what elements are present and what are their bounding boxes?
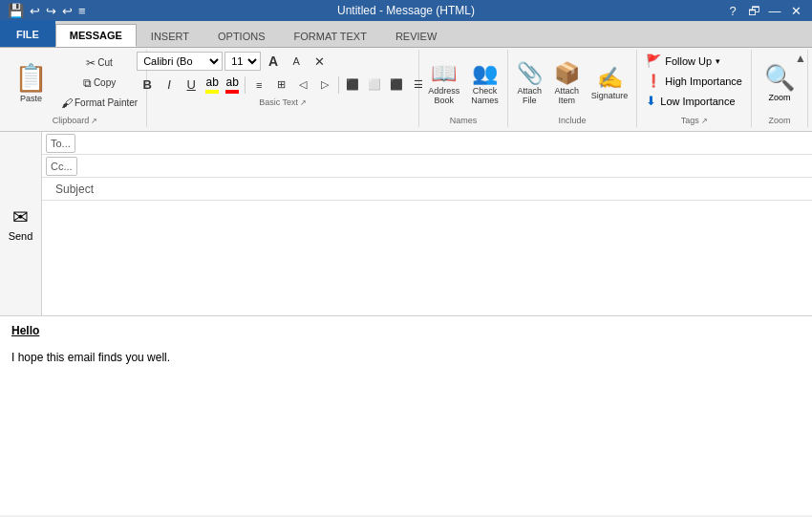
font-color-button[interactable]: ab (203, 74, 222, 96)
signature-button[interactable]: ✍ Signature (587, 63, 633, 103)
minimize-button[interactable]: — (766, 2, 783, 19)
subject-input[interactable] (99, 179, 812, 200)
underline-button[interactable]: U (181, 75, 202, 95)
subject-field-row: Subject (42, 178, 812, 201)
zoom-icon: 🔍 (764, 63, 795, 93)
send-icon: ✉ (12, 205, 29, 228)
clipboard-expand-icon[interactable]: ↗ (91, 117, 97, 125)
body-greeting: Hello (11, 324, 801, 337)
copy-icon: ⧉ (83, 76, 92, 90)
tab-review[interactable]: REVIEW (381, 24, 451, 47)
cut-icon: ✂ (86, 56, 96, 70)
highlight-button[interactable]: ab (223, 74, 242, 96)
follow-up-button[interactable]: 🚩 Follow Up ▾ (641, 52, 725, 70)
tags-expand-icon[interactable]: ↗ (701, 117, 708, 125)
names-group: 📖 AddressBook 👥 CheckNames Names (419, 50, 508, 127)
font-color-bar (205, 90, 219, 94)
decrease-indent-button[interactable]: ◁ (292, 75, 313, 95)
clear-formatting-button[interactable]: ✕ (309, 52, 330, 71)
tab-file[interactable]: FILE (0, 20, 55, 47)
close-button[interactable]: ✕ (787, 2, 804, 19)
address-book-icon: 📖 (431, 61, 457, 86)
cut-button[interactable]: ✂ Cut (56, 54, 142, 73)
attach-file-icon: 📎 (517, 61, 543, 86)
numbered-list-button[interactable]: ⊞ (270, 75, 291, 95)
high-importance-button[interactable]: ❗ High Importance (641, 72, 747, 90)
save-icon[interactable]: 💾 (8, 3, 24, 18)
high-importance-icon: ❗ (646, 74, 661, 88)
menu-icon[interactable]: ≡ (78, 4, 86, 18)
align-right-button[interactable]: ⬛ (386, 75, 407, 95)
tab-bar: FILE MESSAGE INSERT OPTIONS FORMAT TEXT … (0, 21, 812, 48)
greeting-text: Hello (11, 324, 39, 337)
basic-text-group: Calibri (Bo 11 A A ✕ B I U ab (147, 50, 419, 127)
attach-item-icon: 📦 (554, 61, 580, 86)
clipboard-group: 📋 Paste ✂ Cut ⧉ Copy 🖌 (4, 50, 147, 127)
collapse-ribbon-button[interactable]: ▲ (795, 52, 806, 65)
increase-indent-button[interactable]: ▷ (314, 75, 335, 95)
low-importance-icon: ⬇ (646, 94, 656, 108)
align-center-button[interactable]: ⬜ (364, 75, 385, 95)
bold-button[interactable]: B (137, 75, 158, 95)
body-text: I hope this email finds you well. (11, 351, 801, 364)
format-painter-icon: 🖌 (61, 97, 73, 110)
divider (245, 76, 246, 94)
mail-content-area: ✉ Send To... Cc... Subject (0, 132, 812, 315)
body-main-text: I hope this email finds you well. (11, 351, 170, 364)
undo2-icon[interactable]: ↩ (62, 4, 73, 18)
low-importance-button[interactable]: ⬇ Low Importance (641, 92, 739, 110)
window-title: Untitled - Message (HTML) (337, 4, 475, 17)
title-bar: 💾 ↩ ↪ ↩ ≡ Untitled - Message (HTML) ? 🗗 … (0, 0, 812, 21)
ribbon: 📋 Paste ✂ Cut ⧉ Copy 🖌 (0, 48, 812, 132)
window-controls-right: ? 🗗 — ✕ (724, 2, 804, 19)
address-book-button[interactable]: 📖 AddressBook (423, 58, 464, 108)
subject-label: Subject (42, 183, 99, 196)
include-group: 📎 AttachFile 📦 AttachItem ✍ Signature In… (508, 50, 638, 127)
align-left-button[interactable]: ⬛ (342, 75, 363, 95)
check-names-button[interactable]: 👥 CheckNames (466, 58, 503, 108)
decrease-font-size-button[interactable]: A (286, 52, 307, 71)
to-input[interactable] (75, 133, 812, 154)
divider2 (338, 76, 339, 94)
undo-icon[interactable]: ↩ (30, 4, 40, 18)
window-controls-left: 💾 ↩ ↪ ↩ ≡ (8, 3, 86, 18)
tab-insert[interactable]: INSERT (137, 24, 203, 47)
signature-icon: ✍ (597, 66, 623, 91)
font-family-select[interactable]: Calibri (Bo (137, 52, 223, 71)
follow-up-dropdown-icon[interactable]: ▾ (716, 56, 720, 66)
tab-options[interactable]: OPTIONS (203, 24, 280, 47)
cc-button[interactable]: Cc... (46, 157, 77, 176)
help-button[interactable]: ? (724, 2, 741, 19)
attach-item-button[interactable]: 📦 AttachItem (549, 58, 585, 108)
highlight-bar (225, 90, 239, 94)
zoom-button[interactable]: 🔍 Zoom (756, 58, 803, 107)
mail-fields: To... Cc... Subject (42, 132, 812, 315)
check-names-icon: 👥 (472, 61, 498, 86)
cc-field-row: Cc... (42, 155, 812, 178)
increase-font-size-button[interactable]: A (263, 52, 284, 71)
basic-text-expand-icon[interactable]: ↗ (300, 98, 307, 107)
redo-icon[interactable]: ↪ (46, 4, 56, 18)
tab-message[interactable]: MESSAGE (55, 24, 137, 47)
copy-button[interactable]: ⧉ Copy (56, 74, 142, 93)
paste-icon: 📋 (14, 62, 48, 94)
tab-format-text[interactable]: FORMAT TEXT (280, 24, 381, 47)
to-field-row: To... (42, 132, 812, 155)
restore-button[interactable]: 🗗 (745, 2, 762, 19)
italic-button[interactable]: I (159, 75, 180, 95)
to-button[interactable]: To... (46, 134, 75, 153)
paste-button[interactable]: 📋 Paste (8, 54, 54, 113)
send-panel[interactable]: ✉ Send (0, 132, 42, 315)
tags-group: 🚩 Follow Up ▾ ❗ High Importance ⬇ Low Im… (637, 50, 752, 127)
cc-input[interactable] (77, 156, 812, 177)
attach-file-button[interactable]: 📎 AttachFile (512, 58, 547, 108)
body-area[interactable]: Hello I hope this email finds you well. (0, 315, 812, 515)
follow-up-icon: 🚩 (646, 54, 661, 68)
font-size-select[interactable]: 11 (224, 52, 261, 71)
bullet-list-button[interactable]: ≡ (248, 75, 269, 95)
main-content: ✉ Send To... Cc... Subject Hello I hope (0, 132, 812, 515)
format-painter-button[interactable]: 🖌 Format Painter (56, 94, 142, 113)
